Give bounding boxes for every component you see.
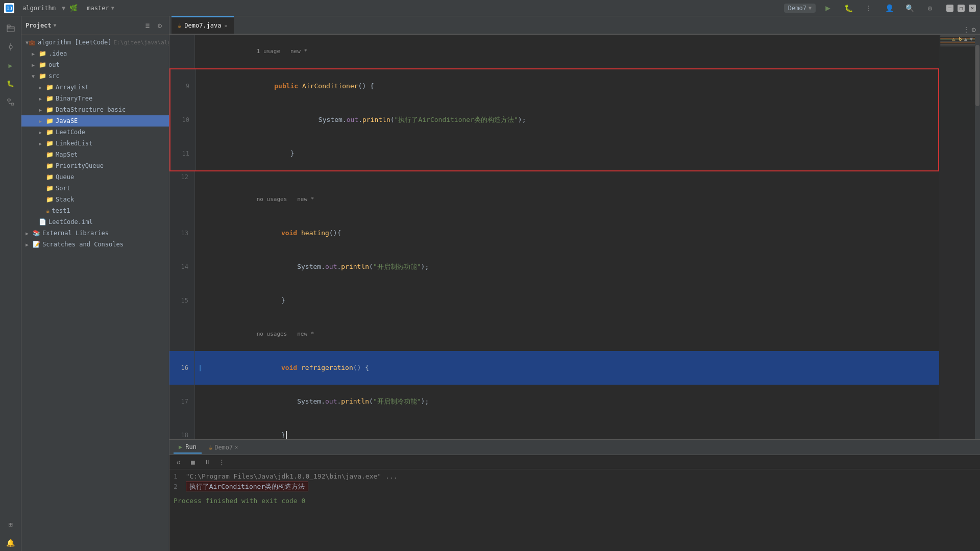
tree-leetcode-iml[interactable]: 📄 LeetCode.iml <box>21 216 169 228</box>
tree-external-libs[interactable]: ▶ 📚 External Libraries <box>21 228 169 239</box>
close-btn[interactable]: ✕ <box>969 5 976 12</box>
collapse-all-icon[interactable]: ≡ <box>142 20 153 31</box>
src-arrow: ▼ <box>32 73 39 79</box>
tree-arraylist[interactable]: ▶ 📁 ArrayList <box>21 82 169 93</box>
terminal-more-icon[interactable]: ⋮ <box>216 457 227 467</box>
project-header: Project ▼ ≡ ⚙ <box>21 16 169 35</box>
tree-stack[interactable]: 📁 Stack <box>21 194 169 205</box>
datastructure-label: DataStructure_basic <box>56 106 126 113</box>
structure-icon[interactable] <box>3 94 19 110</box>
debug-button[interactable]: 🐛 <box>840 0 856 16</box>
demo7-tab[interactable]: ☕ Demo7 ✕ <box>204 442 243 453</box>
tree-leetcode[interactable]: ▶ 📁 LeetCode <box>21 127 169 138</box>
debug-icon[interactable]: 🐛 <box>3 76 19 92</box>
tree-linkedlist[interactable]: ▶ 📁 LinkedList <box>21 138 169 149</box>
line-gutter-14 <box>195 250 205 284</box>
svg-rect-3 <box>7 25 10 27</box>
rerun-icon[interactable]: ↺ <box>174 457 184 467</box>
line-gutter-meta3 <box>195 317 205 351</box>
vertical-scrollbar[interactable] <box>975 35 980 439</box>
settings-gear-icon[interactable]: ⚙ <box>155 20 165 31</box>
run-tab-label: Run <box>185 443 197 450</box>
bottom-panel: ▶ Run ☕ Demo7 ✕ ↺ ■ ⏸ ⋮ <box>169 439 980 551</box>
tree-datastructure[interactable]: ▶ 📁 DataStructure_basic <box>21 104 169 115</box>
editor-content[interactable]: ⚠ 6 ▲ ▼ 1 usage new * <box>169 35 939 439</box>
line-gutter-18 <box>195 418 205 439</box>
line-gutter-17 <box>195 385 205 418</box>
tree-sort[interactable]: 📁 Sort <box>21 183 169 194</box>
scrollbar-thumb[interactable] <box>975 45 979 106</box>
line-num-14: 14 <box>169 250 195 284</box>
stack-label: Stack <box>56 196 74 203</box>
tab-settings-icon[interactable]: ⚙ <box>972 26 976 34</box>
commit-icon[interactable] <box>3 39 19 55</box>
line-gutter-15 <box>195 284 205 317</box>
line-gutter-9 <box>196 69 206 103</box>
tree-src[interactable]: ▼ 📁 src <box>21 70 169 82</box>
maximize-btn[interactable]: □ <box>958 5 965 12</box>
run-icon[interactable]: ▶ <box>3 57 19 73</box>
tree-mapset[interactable]: 📁 MapSet <box>21 149 169 160</box>
tree-binarytree[interactable]: ▶ 📁 BinaryTree <box>21 93 169 104</box>
tree-root[interactable]: ▼ 💼 algorithm [LeetCode] E:\gitee\java\a… <box>21 37 169 48</box>
notifications-icon[interactable]: 🔔 <box>3 535 19 551</box>
tree-idea[interactable]: ▶ 📁 .idea <box>21 48 169 59</box>
stop-icon[interactable]: ■ <box>188 457 198 467</box>
tree-test1[interactable]: ☕ test1 <box>21 205 169 216</box>
code-line-meta-no-usage: no usages new * <box>169 183 939 216</box>
tree-priorityqueue[interactable]: 📁 PriorityQueue <box>21 160 169 171</box>
app-logo: IJ <box>4 3 14 13</box>
line-code-18: } <box>205 418 939 439</box>
datastructure-folder-icon: 📁 <box>46 106 54 113</box>
run-config-selector[interactable]: Demo7 ▼ <box>784 4 816 13</box>
line-code-13: void heating(){ <box>205 216 939 250</box>
line-gutter-meta2 <box>195 183 205 216</box>
line-num-9: 9 <box>170 69 196 103</box>
terminal-cmd-line: "C:\Program Files\Java\jdk1.8.0_192\bin\… <box>186 472 398 480</box>
svg-line-10 <box>9 103 11 104</box>
branch-label[interactable]: master ▼ <box>87 5 114 12</box>
demo7-tab-close[interactable]: ✕ <box>235 444 238 450</box>
line-code-11: } <box>206 137 938 170</box>
line-num-meta3 <box>169 317 195 351</box>
minimize-btn[interactable]: ─ <box>946 5 953 12</box>
tab-close-icon[interactable]: ✕ <box>224 23 227 29</box>
search-everywhere-button[interactable]: 🔍 <box>901 0 918 16</box>
tab-more-icon[interactable]: ⋮ <box>963 26 970 34</box>
tab-demo7[interactable]: ☕ Demo7.java ✕ <box>172 16 234 34</box>
tree-out[interactable]: ▶ 📁 out <box>21 59 169 70</box>
terminal-line-exit: Process finished with exit code 0 <box>174 496 976 506</box>
extlib-label: External Libraries <box>42 230 109 237</box>
tab-java-icon: ☕ <box>178 22 181 29</box>
terminal-icon[interactable]: ⊞ <box>3 516 19 533</box>
mapset-folder-icon: 📁 <box>46 151 54 158</box>
titlebar-menu: algorithm ▼ 🌿 master ▼ <box>18 4 784 13</box>
demo7-tab-label: Demo7 <box>214 444 233 451</box>
project-panel: Project ▼ ≡ ⚙ ▼ 💼 algorithm [LeetCode] E… <box>21 16 169 551</box>
code-line-15: 15 } <box>169 284 939 317</box>
line-num-meta2 <box>169 183 195 216</box>
run-tab[interactable]: ▶ Run <box>174 441 202 454</box>
constructor-highlight-block: 9 public AirConditioner() { 10 S <box>169 68 939 171</box>
meta-1-usages: 1 usage new * <box>257 48 307 55</box>
line-gutter-meta <box>195 35 205 68</box>
menu-item-algorithm[interactable]: algorithm <box>18 4 60 13</box>
tree-queue[interactable]: 📁 Queue <box>21 171 169 183</box>
svg-text:IJ: IJ <box>7 6 12 11</box>
tab-bar: ☕ Demo7.java ✕ ⋮ ⚙ <box>169 16 980 35</box>
tree-scratches[interactable]: ▶ 📝 Scratches and Consoles <box>21 239 169 250</box>
titlebar-right: Demo7 ▼ ▶ 🐛 ⋮ 👤 🔍 ⚙ ─ □ ✕ <box>784 0 976 16</box>
more-actions-button[interactable]: ⋮ <box>861 0 877 16</box>
settings-button[interactable]: ⚙ <box>922 0 938 16</box>
project-tree: ▼ 💼 algorithm [LeetCode] E:\gitee\java\a… <box>21 35 169 551</box>
account-button[interactable]: 👤 <box>881 0 897 16</box>
main-layout: ▶ 🐛 ⊞ 🔔 Project ▼ ≡ ⚙ ▼ 💼 algorithm [Lee… <box>0 16 980 551</box>
meta-no-usages: no usages new * <box>205 183 939 216</box>
tree-javase[interactable]: ▶ 📁 JavaSE <box>21 115 169 127</box>
suspend-icon[interactable]: ⏸ <box>202 457 212 467</box>
project-icon[interactable] <box>3 20 19 37</box>
svg-rect-7 <box>8 99 10 101</box>
terminal-output-highlight: 执行了AirConditioner类的构造方法 <box>186 482 309 491</box>
svg-rect-8 <box>11 103 14 105</box>
run-button[interactable]: ▶ <box>820 0 836 16</box>
